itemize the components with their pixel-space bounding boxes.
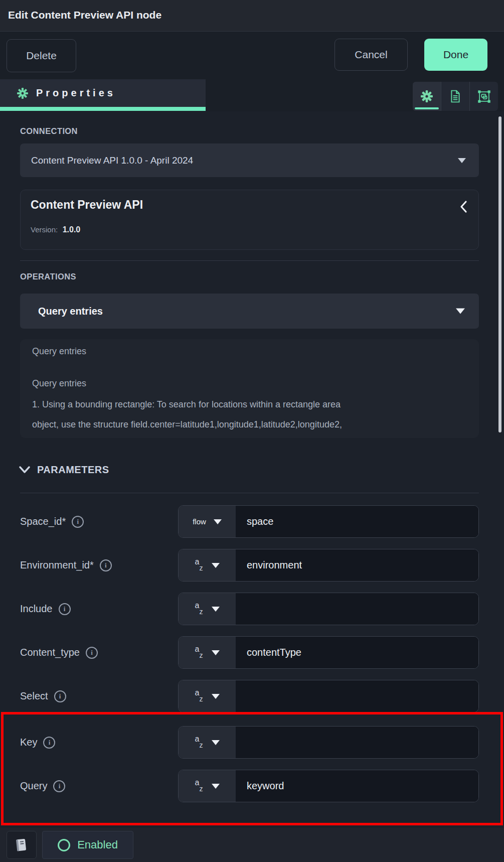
- param-label-key: Key i: [20, 726, 171, 759]
- edit-node-dialog: Edit Content Preview API node Delete Can…: [0, 0, 504, 862]
- gear-icon: [421, 90, 433, 102]
- api-card-title: Content Preview API: [31, 198, 143, 212]
- dialog-footer: Enabled: [0, 828, 504, 862]
- param-label-content-type: Content_type i: [20, 636, 171, 669]
- section-divider: [20, 260, 479, 261]
- section-divider: [20, 493, 479, 493]
- string-type-az-icon: az: [195, 602, 204, 617]
- tab-description-icon-button[interactable]: [441, 82, 470, 111]
- tab-properties[interactable]: Properties: [0, 79, 206, 107]
- operation-description-text: object, use the structure field.center=l…: [32, 419, 342, 430]
- param-input-group-select: az: [178, 680, 479, 712]
- connection-section-label: CONNECTION: [20, 126, 78, 136]
- connection-selected-value: Content Preview API 1.0.0 - April 2024: [31, 155, 193, 166]
- parameters-section-toggle[interactable]: PARAMETERS: [19, 464, 109, 476]
- chevron-down-icon: [212, 607, 220, 612]
- param-input-group-space-id: flow: [178, 505, 479, 538]
- param-value-input-include[interactable]: [236, 593, 478, 625]
- dialog-title: Edit Content Preview API node: [8, 0, 161, 30]
- param-label-space-id: Space_id* i: [20, 505, 171, 538]
- editor-tab-icons: [413, 82, 498, 111]
- param-value-input-space-id[interactable]: [236, 506, 478, 537]
- tab-bar: Properties: [0, 75, 504, 111]
- param-label-select: Select i: [20, 680, 171, 712]
- connection-select[interactable]: Content Preview API 1.0.0 - April 2024: [20, 143, 479, 177]
- param-input-group-environment-id: az: [178, 549, 479, 582]
- param-value-input-content-type[interactable]: [236, 637, 478, 668]
- version-label: Version:: [31, 225, 58, 234]
- param-input-group-include: az: [178, 593, 479, 625]
- param-label-include: Include i: [20, 593, 171, 625]
- param-type-selector[interactable]: az: [179, 727, 236, 758]
- operation-selected-value: Query entries: [38, 306, 103, 317]
- cancel-button[interactable]: Cancel: [334, 39, 408, 71]
- param-type-selector[interactable]: flow: [179, 506, 236, 537]
- delete-button[interactable]: Delete: [7, 39, 76, 72]
- chevron-down-icon: [212, 650, 220, 655]
- tab-properties-label: Properties: [36, 87, 116, 99]
- chevron-down-icon: [212, 740, 220, 745]
- param-type-selector[interactable]: az: [179, 637, 236, 668]
- string-type-az-icon: az: [195, 735, 204, 750]
- param-type-selector[interactable]: az: [179, 593, 236, 625]
- info-icon[interactable]: i: [54, 690, 66, 702]
- api-version-line: Version: 1.0.0: [31, 225, 80, 234]
- param-input-group-key: az: [178, 726, 479, 759]
- node-help-button[interactable]: [7, 831, 37, 859]
- info-icon[interactable]: i: [86, 647, 98, 659]
- enabled-label: Enabled: [77, 838, 118, 851]
- status-circle-icon: [58, 839, 70, 851]
- chevron-down-icon: [19, 466, 30, 474]
- param-value-input-environment-id[interactable]: [236, 549, 478, 581]
- chevron-left-icon[interactable]: [459, 200, 467, 213]
- chevron-down-icon: [212, 563, 220, 568]
- parameters-section-label: PARAMETERS: [37, 464, 109, 476]
- string-type-az-icon: az: [195, 558, 204, 573]
- dialog-titlebar: Edit Content Preview API node: [0, 0, 504, 32]
- tab-properties-icon-button[interactable]: [413, 82, 441, 111]
- string-type-az-icon: az: [195, 689, 204, 704]
- param-type-selector[interactable]: az: [179, 770, 236, 802]
- active-icon-underline: [415, 107, 439, 109]
- chevron-down-icon: [456, 309, 465, 314]
- operation-select[interactable]: Query entries: [20, 294, 479, 329]
- gear-icon: [17, 88, 28, 99]
- operation-description-subtitle: Query entries: [32, 378, 86, 389]
- info-icon[interactable]: i: [43, 737, 55, 749]
- chevron-down-icon: [212, 784, 220, 789]
- version-value: 1.0.0: [63, 225, 81, 234]
- operation-description-text: 1. Using a bounding rectangle: To search…: [32, 399, 341, 410]
- operation-description-title: Query entries: [32, 346, 86, 357]
- string-type-az-icon: az: [195, 779, 204, 794]
- info-icon[interactable]: i: [100, 559, 112, 571]
- document-icon: [449, 90, 461, 103]
- api-info-card: Content Preview API Version: 1.0.0: [20, 190, 479, 250]
- info-icon[interactable]: i: [53, 780, 65, 792]
- chevron-down-icon: [214, 519, 222, 524]
- param-label-query: Query i: [20, 770, 171, 802]
- param-label-environment-id: Environment_id* i: [20, 549, 171, 582]
- tab-appearance-icon-button[interactable]: [470, 82, 498, 111]
- param-input-group-content-type: az: [178, 636, 479, 669]
- node-enabled-toggle[interactable]: Enabled: [42, 831, 133, 859]
- done-button[interactable]: Done: [424, 39, 487, 71]
- param-value-input-select[interactable]: [236, 680, 478, 712]
- operations-section-label: OPERATIONS: [20, 272, 76, 281]
- chevron-down-icon: [212, 694, 220, 699]
- param-value-input-key[interactable]: [236, 727, 478, 758]
- appearance-frame-icon: [477, 90, 491, 103]
- info-icon[interactable]: i: [59, 603, 71, 615]
- scrollbar-thumb[interactable]: [498, 116, 501, 433]
- dialog-toolbar: Delete Cancel Done: [0, 32, 504, 75]
- chevron-down-icon: [458, 158, 466, 163]
- param-value-input-query[interactable]: [236, 770, 478, 802]
- string-type-az-icon: az: [195, 645, 204, 660]
- param-type-selector[interactable]: az: [179, 680, 236, 712]
- book-icon: [14, 837, 30, 853]
- param-input-group-query: az: [178, 770, 479, 802]
- info-icon[interactable]: i: [72, 516, 84, 528]
- active-tab-underline: [0, 107, 206, 111]
- param-type-selector[interactable]: az: [179, 549, 236, 581]
- operation-description-card: Query entries Query entries 1. Using a b…: [20, 339, 479, 438]
